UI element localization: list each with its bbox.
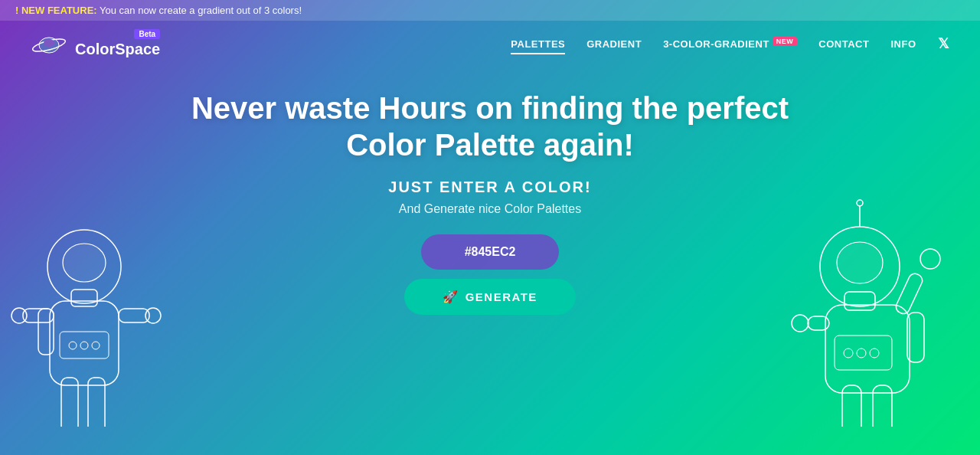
nav-links: PALETTES GRADIENT 3-COLOR-GRADIENTNEW CO…	[511, 35, 949, 52]
nav-link-twitter[interactable]: 𝕏	[938, 39, 950, 54]
hero: Never waste Hours on finding the perfect…	[0, 67, 980, 315]
color-input-wrap: 🚀 GENERATE	[0, 234, 980, 315]
nav-link-info[interactable]: INFO	[890, 38, 916, 53]
nav-link-gradient[interactable]: GRADIENT	[586, 38, 642, 53]
nav-item-palettes[interactable]: PALETTES	[511, 37, 565, 51]
svg-rect-17	[60, 332, 109, 358]
svg-rect-26	[907, 313, 924, 362]
nav-link-palettes[interactable]: PALETTES	[511, 38, 565, 54]
logo-planet-icon	[31, 28, 67, 59]
svg-point-37	[870, 349, 879, 358]
rocket-icon: 🚀	[443, 290, 459, 304]
svg-rect-21	[842, 385, 861, 427]
svg-point-35	[844, 349, 853, 358]
logo-text-wrap: Beta ColorSpace	[75, 29, 160, 58]
svg-rect-5	[88, 378, 105, 427]
svg-point-36	[857, 349, 866, 358]
nav-item-twitter[interactable]: 𝕏	[938, 35, 950, 52]
hero-tagline: And Generate nice Color Palettes	[0, 202, 980, 216]
svg-rect-22	[873, 385, 892, 427]
svg-rect-34	[835, 336, 892, 370]
hero-container: Never waste Hours on finding the perfect…	[0, 67, 980, 427]
nav-item-3color[interactable]: 3-COLOR-GRADIENTNEW	[663, 37, 797, 51]
svg-rect-4	[61, 378, 78, 427]
svg-rect-25	[825, 305, 910, 393]
beta-badge: Beta	[134, 29, 160, 39]
announcement-text: You can now create a gradient out of 3 c…	[100, 5, 302, 16]
logo-text: ColorSpace	[75, 41, 160, 58]
nav-link-3color[interactable]: 3-COLOR-GRADIENTNEW	[663, 38, 797, 53]
nav-item-gradient[interactable]: GRADIENT	[586, 37, 642, 51]
svg-rect-9	[38, 309, 54, 355]
svg-point-2	[44, 39, 54, 47]
svg-rect-29	[808, 316, 829, 330]
nav-item-contact[interactable]: CONTACT	[818, 37, 869, 51]
new-badge: NEW	[773, 37, 798, 46]
announcement-bar: ! NEW FEATURE: You can now create a grad…	[0, 0, 980, 21]
twitter-icon: 𝕏	[938, 36, 950, 51]
svg-point-18	[69, 342, 77, 349]
nav-item-info[interactable]: INFO	[890, 37, 916, 51]
logo-area: Beta ColorSpace	[31, 28, 160, 59]
hero-subtitle: JUST ENTER A COLOR!	[0, 178, 980, 196]
new-feature-label: ! NEW FEATURE:	[15, 5, 97, 16]
navbar: Beta ColorSpace PALETTES GRADIENT 3-COLO…	[0, 21, 980, 67]
color-input[interactable]	[421, 234, 559, 270]
svg-point-30	[792, 315, 808, 332]
svg-point-19	[80, 342, 88, 349]
hero-title: Never waste Hours on finding the perfect…	[184, 90, 796, 163]
generate-label: GENERATE	[466, 290, 537, 303]
generate-button[interactable]: 🚀 GENERATE	[404, 279, 576, 315]
svg-point-20	[92, 342, 100, 349]
nav-link-contact[interactable]: CONTACT	[818, 38, 869, 53]
